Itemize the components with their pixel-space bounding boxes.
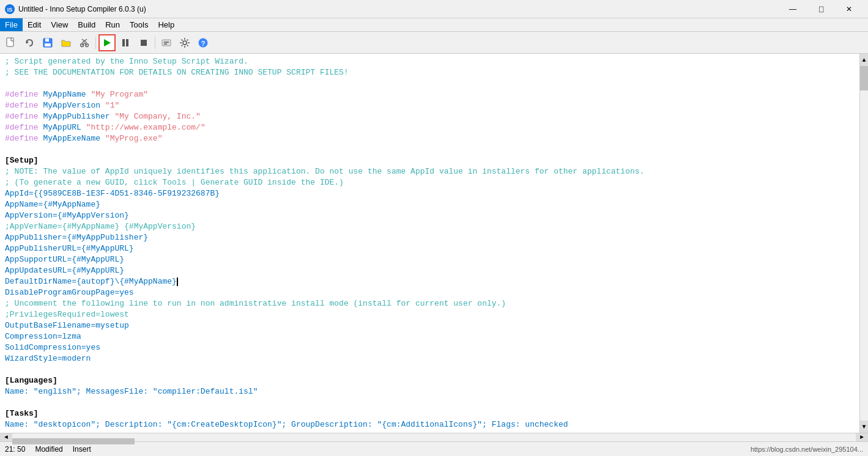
code-line: AppId={{9589CE8B-1E3F-4D51-8346-5F919232… — [0, 188, 859, 199]
code-line: ; SEE THE DOCUMENTATION FOR DETAILS ON C… — [0, 67, 859, 78]
cut-button[interactable] — [76, 34, 93, 51]
code-line: AppSupportURL={#MyAppURL} — [0, 254, 859, 265]
menu-file[interactable]: File — [0, 18, 23, 31]
svg-rect-6 — [45, 43, 51, 46]
svg-point-20 — [183, 41, 187, 45]
title-bar: IS Untitled - Inno Setup Compiler 6.0.3 … — [0, 0, 868, 18]
toolbar-separator-1 — [95, 37, 96, 49]
save-button[interactable] — [39, 34, 56, 51]
toolbar: ? — [0, 32, 868, 54]
status-left: 21: 50 Modified Insert — [5, 445, 91, 454]
code-line — [0, 364, 859, 375]
menu-bar: File Edit View Build Run Tools Help — [0, 18, 868, 32]
code-line: Name: "desktopicon"; Description: "{cm:C… — [0, 419, 859, 430]
scrollbar[interactable]: ▲ ▼ — [859, 54, 868, 433]
code-line: #define MyAppURL "http://www.example.com… — [0, 122, 859, 133]
code-line — [0, 144, 859, 155]
code-line: #define MyAppName "My Program" — [0, 89, 859, 100]
editor-container: ; Script generated by the Inno Setup Scr… — [0, 54, 868, 433]
code-line: ; (To generate a new GUID, click Tools |… — [0, 177, 859, 188]
horizontal-scrollbar[interactable]: ◄ ► — [0, 433, 868, 441]
window-title: Untitled - Inno Setup Compiler 6.0.3 (u) — [18, 5, 146, 13]
status-url: https://blog.csdn.net/weixin_295104... — [751, 446, 863, 453]
menu-build[interactable]: Build — [73, 18, 100, 31]
h-scroll-thumb[interactable] — [12, 438, 135, 444]
code-line: ;PrivilegesRequired=lowest — [0, 309, 859, 320]
app-icon: IS — [5, 4, 15, 14]
scroll-thumb[interactable] — [860, 66, 868, 90]
scroll-right-button[interactable]: ► — [856, 433, 868, 442]
code-line: ; NOTE: The value of AppId uniquely iden… — [0, 166, 859, 177]
code-line: OutputBaseFilename=mysetup — [0, 320, 859, 331]
menu-edit[interactable]: Edit — [23, 18, 46, 31]
code-line: Name: "english"; MessagesFile: "compiler… — [0, 386, 859, 397]
cursor — [177, 278, 178, 286]
insert-mode: Insert — [73, 445, 91, 454]
code-line: #define MyAppVersion "1" — [0, 100, 859, 111]
run-button[interactable] — [98, 34, 116, 51]
svg-rect-14 — [122, 39, 125, 46]
menu-run[interactable]: Run — [100, 18, 125, 31]
help-button[interactable]: ? — [195, 34, 212, 51]
toolbar-separator-2 — [155, 37, 155, 49]
compile-button[interactable] — [158, 34, 175, 51]
code-line: [Languages] — [0, 375, 859, 386]
code-editor[interactable]: ; Script generated by the Inno Setup Scr… — [0, 54, 859, 433]
code-line: WizardStyle=modern — [0, 353, 859, 364]
svg-rect-17 — [162, 40, 171, 46]
settings-button[interactable] — [176, 34, 193, 51]
menu-tools[interactable]: Tools — [125, 18, 153, 31]
code-line: ;AppVerName={#MyAppName} {#MyAppVersion} — [0, 221, 859, 232]
code-line: [Tasks] — [0, 408, 859, 419]
code-line: DefaultDirName={autopf}\{#MyAppName} — [0, 276, 859, 287]
code-line: AppPublisher={#MyAppPublisher} — [0, 232, 859, 243]
code-line: #define MyAppExeName "MyProg.exe" — [0, 133, 859, 144]
svg-rect-15 — [126, 39, 128, 46]
modified-status: Modified — [35, 445, 62, 454]
code-line: AppUpdatesURL={#MyAppURL} — [0, 265, 859, 276]
code-line: AppVersion={#MyAppVersion} — [0, 210, 859, 221]
minimize-button[interactable]: — — [779, 0, 807, 18]
scroll-down-button[interactable]: ▼ — [860, 421, 868, 433]
svg-rect-5 — [45, 39, 49, 42]
window-controls: — ⎕ ✕ — [779, 0, 863, 18]
menu-help[interactable]: Help — [153, 18, 179, 31]
svg-marker-13 — [104, 39, 111, 46]
stop-button[interactable] — [135, 34, 152, 51]
code-line: SolidCompression=yes — [0, 342, 859, 353]
code-line: AppName={#MyAppName} — [0, 199, 859, 210]
svg-text:IS: IS — [7, 7, 13, 13]
code-line: [Setup] — [0, 155, 859, 166]
scroll-up-button[interactable]: ▲ — [860, 54, 868, 66]
scroll-left-button[interactable]: ◄ — [0, 433, 12, 442]
undo-button[interactable] — [21, 34, 38, 51]
close-button[interactable]: ✕ — [835, 0, 863, 18]
svg-rect-16 — [141, 40, 147, 46]
svg-text:?: ? — [201, 39, 206, 46]
code-line: #define MyAppPublisher "My Company, Inc.… — [0, 111, 859, 122]
svg-rect-2 — [7, 38, 13, 46]
code-line: ; Uncomment the following line to run in… — [0, 298, 859, 309]
code-line: Compression=lzma — [0, 331, 859, 342]
code-line — [0, 397, 859, 408]
code-line: AppPublisherURL={#MyAppURL} — [0, 243, 859, 254]
open-button[interactable] — [57, 34, 75, 51]
cursor-position: 21: 50 — [5, 445, 25, 454]
new-button[interactable] — [2, 34, 20, 51]
code-line — [0, 430, 859, 433]
code-line — [0, 78, 859, 89]
menu-view[interactable]: View — [46, 18, 73, 31]
code-line: DisableProgramGroupPage=yes — [0, 287, 859, 298]
maximize-button[interactable]: ⎕ — [807, 0, 835, 18]
code-line: ; Script generated by the Inno Setup Scr… — [0, 56, 859, 67]
pause-button[interactable] — [117, 34, 134, 51]
